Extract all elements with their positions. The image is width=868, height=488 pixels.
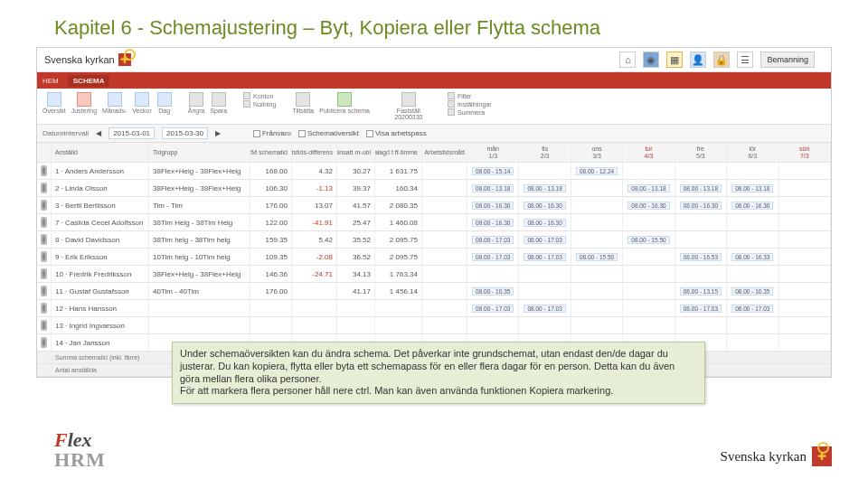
cell-day[interactable]: 08.00 - 16.30 [623,197,675,213]
cell-day[interactable] [779,300,831,316]
calendar-icon[interactable]: ▦ [666,52,683,68]
cell-day[interactable] [779,214,831,230]
cell-day[interactable]: 08.00 - 17.03 [519,231,571,248]
date-to[interactable]: 2015-03-30 [162,127,208,139]
btn-publish[interactable]: Publicera schema [319,92,370,114]
cell-day[interactable] [519,283,571,299]
table-row[interactable]: 12 · Hans Hansson08.00 - 17.0308.00 - 17… [37,300,831,317]
date-from[interactable]: 2015-03-01 [108,127,155,139]
btn-day[interactable]: Dag [157,92,172,114]
col-pct[interactable]: Flänsatt m-obl [337,143,375,162]
cell-day[interactable] [779,283,831,299]
btn-save[interactable]: Spara [210,92,227,114]
cell-day[interactable] [623,249,675,265]
cell-day[interactable]: 08.00 - 16.30 [727,197,778,213]
cell-day[interactable]: 08.00 - 10.35 [727,283,778,299]
btn-month[interactable]: Månads- [102,92,127,114]
chk-overview[interactable]: Schemaöversikt [298,129,359,137]
cell-day[interactable]: 08.00 - 16.30 [519,197,571,213]
table-row[interactable]: 11 · Gustaf Gustafsson40Tim - 40Tim176.0… [37,283,831,300]
cell-day[interactable] [779,249,831,265]
cell-day[interactable] [727,163,778,179]
table-row[interactable]: 1 · Anders Andersson38Flex+Helg - 38Flex… [37,163,831,180]
cell-day[interactable] [623,300,675,316]
btn-accounts[interactable]: Konton [243,92,276,99]
cell-day[interactable] [727,266,778,282]
cell-day[interactable] [623,266,675,282]
cell-day[interactable] [675,163,727,179]
module-schema[interactable]: SCHEMA [68,75,110,87]
cell-day[interactable]: 08.00 - 13.18 [519,180,571,196]
lock-icon[interactable]: 🔒 [713,52,730,68]
cell-day[interactable] [571,317,623,333]
date-next-icon[interactable]: ▶ [215,129,221,137]
table-row[interactable]: 7 · Casilda Cecel Adolfsson38Tim Helg - … [37,214,831,231]
cell-day[interactable]: 08.00 - 15.14 [467,163,519,179]
cell-day[interactable]: 08.00 - 16.33 [727,249,778,265]
cell-day[interactable] [727,214,778,230]
chk-absence[interactable]: Frånvaro [253,129,291,137]
cell-day[interactable] [623,283,675,299]
cell-day[interactable] [727,231,778,248]
cell-day[interactable] [727,334,778,351]
module-home[interactable]: HEM [42,77,59,85]
cell-day[interactable] [571,266,623,282]
user-icon[interactable]: 👤 [690,52,706,68]
cell-day[interactable] [675,231,727,248]
cell-day[interactable] [675,266,727,282]
btn-lock[interactable]: Fastställ 20200330 [386,92,431,120]
table-row[interactable]: 9 · Erik Eriksson10Tim helg - 10Tim helg… [37,249,831,266]
cell-day[interactable]: 08.00 - 13.18 [623,180,675,196]
cell-day[interactable]: 08.00 - 16.30 [467,197,519,213]
cell-day[interactable]: 08.00 - 16.30 [467,214,519,230]
col-sum[interactable]: Schemalagd t ff-timme [375,143,422,162]
btn-weeks[interactable]: Veckor [132,92,151,114]
btn-zero[interactable]: Nollning [243,100,276,108]
cell-day[interactable]: 08.00 - 15.50 [571,249,623,265]
cell-day[interactable] [779,266,831,282]
cell-day[interactable] [571,197,623,213]
btn-undo[interactable]: Ångra [188,92,205,114]
chk-shifts[interactable]: Visa arbetspass [366,129,427,137]
cell-day[interactable] [519,266,571,282]
col-group[interactable]: Tidgrupp [149,143,250,162]
table-row[interactable]: 8 · David Davidsson38Tim helg - 38Tim he… [37,231,831,249]
cell-day[interactable] [779,317,831,333]
cell-day[interactable] [571,180,623,196]
cell-day[interactable] [779,197,831,213]
btn-assign[interactable]: Tillsätta [292,92,314,114]
cell-day[interactable]: 08.00 - 16.53 [675,249,727,265]
cell-day[interactable] [675,214,727,230]
cell-day[interactable]: 08.00 - 17.03 [467,231,519,248]
btn-overview[interactable]: Översikt [42,92,66,114]
table-row[interactable]: 3 · Bertil BertilssonTim - Tim176.0013.0… [37,197,831,214]
cell-day[interactable] [779,231,831,248]
cell-day[interactable]: 08.00 - 17.03 [467,249,519,265]
cell-day[interactable] [571,214,623,230]
cell-day[interactable] [675,317,727,333]
cell-day[interactable] [779,163,831,179]
cell-day[interactable]: 08.00 - 17.03 [519,300,571,316]
col-employee[interactable]: Anställd [52,143,149,162]
date-prev-icon[interactable]: ◀ [96,129,101,137]
cell-day[interactable]: 08.00 - 17.03 [675,300,727,316]
home-icon[interactable]: ⌂ [619,52,636,68]
staffing-link[interactable]: Bemanning [760,52,815,68]
col-day-2[interactable]: ons3/3 [571,143,623,162]
btn-filter[interactable]: Filter [448,92,492,99]
cell-day[interactable] [727,317,778,333]
cell-day[interactable]: 08.00 - 13.18 [467,180,519,196]
cell-day[interactable]: 08.00 - 15.50 [623,231,675,248]
col-day-4[interactable]: fre5/3 [675,143,727,162]
cell-day[interactable]: 08.00 - 13.18 [675,180,727,196]
col-day-6[interactable]: sön7/3 [779,143,831,162]
col-day-3[interactable]: tor4/3 [623,143,675,162]
cell-day[interactable] [779,180,831,196]
btn-settings[interactable]: Inställningar [448,100,492,108]
cell-day[interactable]: 08.00 - 17.03 [727,300,778,316]
table-row[interactable]: 2 · Linda Olsson38Flex+Helg - 38Flex+Hel… [37,180,831,197]
cell-day[interactable] [467,266,519,282]
col-sched[interactable]: HRM schematid [250,143,292,162]
cell-day[interactable]: 08.00 - 10.35 [467,283,519,299]
table-row[interactable]: 13 · Ingrid Ingvarsson [37,317,831,334]
